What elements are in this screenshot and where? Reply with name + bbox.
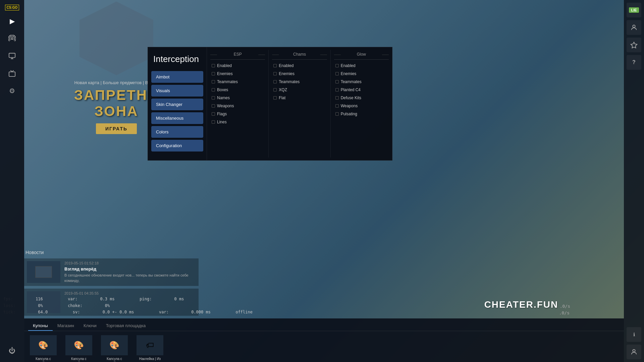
lie-badge-button[interactable]: LIE	[627, 3, 641, 17]
glow-item-enabled[interactable]: Enabled	[334, 62, 389, 70]
esp-item-enabled[interactable]: Enabled	[210, 62, 265, 70]
play-button[interactable]: ▶	[5, 14, 19, 28]
cheat-title: Interception	[151, 54, 203, 64]
tab-coupons[interactable]: Купоны	[28, 321, 53, 331]
glow-checkbox-pulsating[interactable]	[335, 112, 339, 116]
esp-header: ESP	[210, 50, 265, 60]
cheat-menu-skin-changer[interactable]: Skin Changer	[151, 99, 203, 110]
shop-item-img-3: 🎨	[101, 335, 128, 355]
esp-item-flags[interactable]: Flags	[210, 110, 265, 118]
shop-item-2[interactable]: 🎨 Капсула с наклейкам... 64 руб	[64, 335, 94, 362]
csgo-logo-text: CS:GO	[5, 5, 19, 10]
chams-item-enabled[interactable]: Enabled	[272, 62, 327, 70]
shop-item-img-1: 🎨	[30, 335, 57, 355]
cheat-columns: ESP Enabled Enemies Teammates Boxes	[207, 50, 392, 158]
shop-item-4[interactable]: 🏷 Наклейка | Из грязи в... 64 руб	[135, 335, 165, 362]
esp-checkbox-flags[interactable]	[212, 112, 215, 116]
esp-checkbox-lines[interactable]	[212, 120, 215, 124]
news-date-1: 2019-05-15 01:52:18	[64, 261, 196, 265]
chams-checkbox-xqz[interactable]	[273, 88, 277, 92]
glow-column: Glow Enabled Enemies Teammates Planted C…	[331, 50, 392, 158]
esp-checkbox-weapons[interactable]	[212, 104, 215, 108]
tab-shop[interactable]: Магазин	[53, 321, 79, 331]
chams-item-enemies[interactable]: Enemies	[272, 70, 327, 78]
profile-button[interactable]	[627, 20, 641, 35]
info-button[interactable]: ℹ	[627, 327, 641, 342]
glow-item-weapons[interactable]: Weapons	[334, 102, 389, 110]
svg-point-3	[633, 25, 635, 27]
glow-header: Glow	[334, 50, 389, 60]
cheat-menu-visuals[interactable]: Visuals	[151, 85, 203, 97]
shop-item-3[interactable]: 🎨 Капсула с наклейкам... 64 руб	[99, 335, 129, 362]
chams-checkbox-flat[interactable]	[273, 96, 277, 100]
esp-item-weapons[interactable]: Weapons	[210, 102, 265, 110]
glow-checkbox-enemies[interactable]	[335, 72, 339, 75]
esp-checkbox-teammates[interactable]	[212, 80, 215, 83]
esp-item-boxes[interactable]: Boxes	[210, 86, 265, 94]
shop-item-img-4: 🏷	[137, 335, 163, 355]
news-item-2[interactable]: 2019-05-01 04:35:55	[24, 289, 199, 316]
cheat-menu-aimbot[interactable]: Aimbot	[151, 71, 203, 83]
chams-checkbox-teammates[interactable]	[273, 80, 277, 83]
esp-checkbox-enemies[interactable]	[212, 72, 215, 75]
glow-checkbox-planted-c4[interactable]	[335, 88, 339, 92]
esp-column: ESP Enabled Enemies Teammates Boxes	[207, 50, 268, 158]
shop-item-name-4: Наклейка | Из грязи в...	[135, 357, 165, 362]
esp-item-teammates[interactable]: Teammates	[210, 78, 265, 86]
chams-checkbox-enemies[interactable]	[273, 72, 277, 75]
power-button[interactable]: ⏻	[5, 343, 19, 358]
esp-item-lines[interactable]: Lines	[210, 118, 265, 126]
news-thumb-1	[27, 261, 60, 283]
glow-item-enemies[interactable]: Enemies	[334, 70, 389, 78]
cheat-left-panel: Interception Aimbot Visuals Skin Changer…	[148, 47, 207, 160]
watermark-sub2: .0/s	[559, 310, 570, 315]
csgo-logo: CS:GO	[3, 3, 21, 12]
chams-checkbox-enabled[interactable]	[273, 64, 277, 67]
tab-nav: Купоны Магазин Ключи Торговая площадка	[24, 318, 624, 331]
glow-checkbox-teammates[interactable]	[335, 80, 339, 83]
svg-rect-1	[9, 53, 15, 58]
chams-item-teammates[interactable]: Teammates	[272, 78, 327, 86]
esp-checkbox-boxes[interactable]	[212, 88, 215, 92]
glow-item-defuse-kits[interactable]: Defuse Kits	[334, 94, 389, 102]
esp-checkbox-names[interactable]	[212, 96, 215, 100]
tab-market[interactable]: Торговая площадка	[101, 321, 150, 331]
right-sidebar: LIE ? ℹ	[624, 0, 644, 362]
hero-play-button[interactable]: ИГРАТЬ	[96, 123, 137, 134]
workshop-button[interactable]	[5, 49, 19, 63]
cheat-menu-miscellaneous[interactable]: Miscellaneous	[151, 112, 203, 124]
shop-item-1[interactable]: 🎨 Капсула с наклейкам... 64 руб	[28, 335, 58, 362]
esp-checkbox-enabled[interactable]	[212, 64, 215, 67]
glow-item-pulsating[interactable]: Pulsating	[334, 110, 389, 118]
chams-item-xqz[interactable]: XQZ	[272, 86, 327, 94]
news-item-1[interactable]: 2019-05-15 01:52:18 Взгляд вперёд В сего…	[24, 258, 199, 286]
news-info-1: 2019-05-15 01:52:18 Взгляд вперёд В сего…	[64, 261, 196, 283]
antenna-button[interactable]	[5, 31, 19, 46]
chams-header: Chams	[272, 50, 327, 60]
news-date-2: 2019-05-01 04:35:55	[64, 291, 196, 295]
chams-column: Chams Enabled Enemies Teammates XQZ	[269, 50, 330, 158]
glow-item-teammates[interactable]: Teammates	[334, 78, 389, 86]
tab-keys[interactable]: Ключи	[79, 321, 101, 331]
glow-checkbox-enabled[interactable]	[335, 64, 339, 67]
tv-button[interactable]	[5, 66, 19, 81]
help-button[interactable]: ?	[627, 55, 641, 70]
left-sidebar: CS:GO ▶ ⚙ ⏻	[0, 0, 24, 362]
glow-item-planted-c4[interactable]: Planted C4	[334, 86, 389, 94]
esp-item-names[interactable]: Names	[210, 94, 265, 102]
cheat-right-panel: ESP Enabled Enemies Teammates Boxes	[207, 47, 392, 160]
svg-point-0	[11, 38, 13, 40]
shop-item-name-3: Капсула с наклейкам...	[99, 357, 129, 362]
glow-checkbox-defuse-kits[interactable]	[335, 96, 339, 100]
rank-button[interactable]	[627, 38, 641, 52]
glow-checkbox-weapons[interactable]	[335, 104, 339, 108]
user-button2[interactable]	[627, 345, 641, 359]
news-thumb-2	[27, 291, 60, 313]
cheat-menu-configuration[interactable]: Configuration	[151, 140, 203, 152]
cheat-overlay: Interception Aimbot Visuals Skin Changer…	[148, 47, 392, 161]
esp-item-enemies[interactable]: Enemies	[210, 70, 265, 78]
settings-button[interactable]: ⚙	[5, 83, 19, 98]
chams-item-flat[interactable]: Flat	[272, 94, 327, 102]
shop-item-name-1: Капсула с наклейкам...	[28, 357, 58, 362]
cheat-menu-colors[interactable]: Colors	[151, 126, 203, 138]
